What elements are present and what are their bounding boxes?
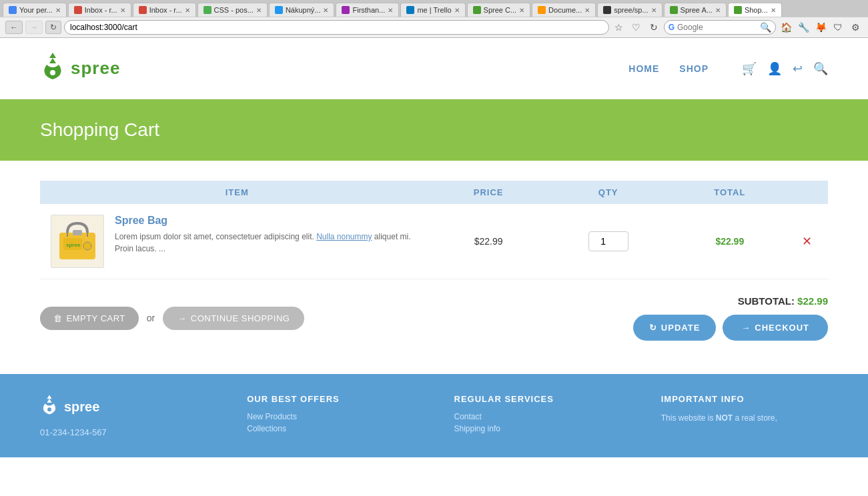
footer-content: spree 01-234-1234-567 OUR BEST OFFERS Ne… <box>40 394 828 437</box>
tab-nakupny[interactable]: Nákupný... ✕ <box>269 3 335 17</box>
cart-icon[interactable]: 🛒 <box>742 61 757 76</box>
tab-firsthan[interactable]: Firsthan... ✕ <box>336 3 399 17</box>
site-header: spree HOME SHOP 🛒 👤 ↩ 🔍 <box>0 38 868 99</box>
quantity-input[interactable] <box>588 231 628 251</box>
footer-col-info: IMPORTANT INFO This website is NOT a rea… <box>661 394 828 424</box>
reload-icon[interactable]: ↻ <box>646 20 661 35</box>
back-button[interactable]: ← <box>5 21 23 34</box>
search-input[interactable] <box>677 21 757 34</box>
product-name[interactable]: Spree Bag <box>115 215 424 227</box>
logo[interactable]: spree <box>40 51 120 85</box>
product-desc: Lorem ipsum dolor sit amet, consectetuer… <box>115 231 424 255</box>
header-price: PRICE <box>434 181 543 204</box>
tab-spree-a[interactable]: Spree A... ✕ <box>664 3 727 17</box>
search-icon[interactable]: 🔍 <box>760 22 771 33</box>
url-input[interactable] <box>64 20 609 35</box>
main-nav: HOME SHOP 🛒 👤 ↩ 🔍 <box>628 61 828 76</box>
empty-cart-label: EMPTY CART <box>67 313 125 323</box>
tools-icon[interactable]: ⚙ <box>848 20 863 35</box>
tab-close[interactable]: ✕ <box>185 7 190 14</box>
home-icon[interactable]: 🏠 <box>779 20 793 35</box>
checkout-label: CHECKOUT <box>755 323 809 333</box>
tab-close[interactable]: ✕ <box>519 7 524 14</box>
continue-shopping-button[interactable]: → CONTINUE SHOPPING <box>163 307 304 330</box>
nav-shop[interactable]: SHOP <box>679 63 709 74</box>
update-button[interactable]: ↻ UPDATE <box>633 315 716 341</box>
footer-link-shipping[interactable]: Shipping info <box>454 424 621 433</box>
tab-close[interactable]: ✕ <box>323 7 328 14</box>
refresh-button[interactable]: ↻ <box>45 21 61 34</box>
heart-icon[interactable]: ♡ <box>629 20 644 35</box>
remove-button[interactable]: ✕ <box>797 234 817 249</box>
footer-link-collections[interactable]: Collections <box>247 424 414 433</box>
tab-bar: Your per... ✕ Inbox - r... ✕ Inbox - r..… <box>0 0 868 17</box>
footer-logo: spree <box>40 394 207 419</box>
address-bar: ← → ↻ ☆ ♡ ↻ G 🔍 🏠 🔧 🦊 🛡 ⚙ <box>0 17 868 37</box>
tab-close[interactable]: ✕ <box>771 7 776 14</box>
footer-link-contact[interactable]: Contact <box>454 412 621 421</box>
arrow-checkout-icon: → <box>741 323 751 333</box>
search-icon[interactable]: 🔍 <box>813 61 828 76</box>
arrow-right-icon: → <box>177 313 187 323</box>
footer-col-services: REGULAR SERVICES Contact Shipping info <box>454 394 621 436</box>
user-icon[interactable]: 👤 <box>767 61 782 76</box>
header-total: TOTAL <box>674 181 786 204</box>
logo-text: spree <box>71 58 120 79</box>
tab-favicon <box>538 6 546 14</box>
tab-label: Docume... <box>548 6 582 14</box>
tab-favicon <box>275 6 283 14</box>
tab-close[interactable]: ✕ <box>388 7 393 14</box>
footer-col-offers-title: OUR BEST OFFERS <box>247 394 414 404</box>
header-qty: QTY <box>543 181 674 204</box>
tab-close[interactable]: ✕ <box>454 7 460 14</box>
tab-trello[interactable]: me | Trello ✕ <box>400 3 465 17</box>
header-item: ITEM <box>40 181 434 204</box>
tab-close[interactable]: ✕ <box>120 7 125 14</box>
tab-favicon <box>342 6 350 14</box>
tab-css[interactable]: CSS - pos... ✕ <box>197 3 268 17</box>
tab-yourper[interactable]: Your per... ✕ <box>3 3 67 17</box>
sign-in-icon[interactable]: ↩ <box>793 61 803 76</box>
tab-docume[interactable]: Docume... ✕ <box>532 3 596 17</box>
tab-favicon <box>203 6 211 14</box>
product-cell-inner: spree Spree Bag Lorem ipsu <box>51 215 424 268</box>
extensions-icon[interactable]: 🔧 <box>796 20 811 35</box>
svg-point-0 <box>50 70 55 75</box>
product-cell: spree Spree Bag Lorem ipsu <box>40 204 434 279</box>
action-buttons: ↻ UPDATE → CHECKOUT <box>633 315 828 341</box>
tab-spree-c[interactable]: Spree C... ✕ <box>467 3 531 17</box>
logo-icon <box>40 51 65 85</box>
tab-inbox1[interactable]: Inbox - r... ✕ <box>68 3 131 17</box>
footer-logo-text: spree <box>64 399 99 415</box>
footer-link-new-products[interactable]: New Products <box>247 412 414 421</box>
cart-content: ITEM PRICE QTY TOTAL <box>0 161 868 374</box>
tab-shop-active[interactable]: Shop... ✕ <box>728 3 782 17</box>
tab-close[interactable]: ✕ <box>715 7 721 14</box>
browser-chrome: Your per... ✕ Inbox - r... ✕ Inbox - r..… <box>0 0 868 38</box>
tab-inbox2[interactable]: Inbox - r... ✕ <box>133 3 196 17</box>
tab-close[interactable]: ✕ <box>651 7 657 14</box>
browser-toolbar-right: 🏠 🔧 🦊 🛡 ⚙ <box>779 20 863 35</box>
bookmark-icon[interactable]: ☆ <box>612 20 626 35</box>
tab-close[interactable]: ✕ <box>256 7 262 14</box>
tab-close[interactable]: ✕ <box>584 7 590 14</box>
qty-cell <box>543 204 674 279</box>
cart-totals: SUBTOTAL: $22.99 ↻ UPDATE → CHECKOUT <box>633 295 828 341</box>
nav-icons: 🛒 👤 ↩ 🔍 <box>742 61 828 76</box>
shield-icon[interactable]: 🛡 <box>831 20 845 35</box>
tab-spree-sp[interactable]: spree/sp... ✕ <box>597 3 662 17</box>
forward-button[interactable]: → <box>25 21 43 34</box>
firefox-icon[interactable]: 🦊 <box>813 20 828 35</box>
subtotal-label: SUBTOTAL: <box>738 295 795 307</box>
nav-home[interactable]: HOME <box>628 63 659 74</box>
continue-shopping-label: CONTINUE SHOPPING <box>191 313 290 323</box>
site-footer: spree 01-234-1234-567 OUR BEST OFFERS Ne… <box>0 374 868 457</box>
update-label: UPDATE <box>661 323 700 333</box>
tab-favicon <box>473 6 481 14</box>
desc-link[interactable]: Nulla nonummy <box>316 232 372 241</box>
empty-cart-button[interactable]: 🗑 EMPTY CART <box>40 307 139 330</box>
checkout-button[interactable]: → CHECKOUT <box>723 315 828 341</box>
subtotal-row: SUBTOTAL: $22.99 <box>633 295 828 307</box>
footer-brand: spree 01-234-1234-567 <box>40 394 207 437</box>
tab-close[interactable]: ✕ <box>55 7 61 14</box>
